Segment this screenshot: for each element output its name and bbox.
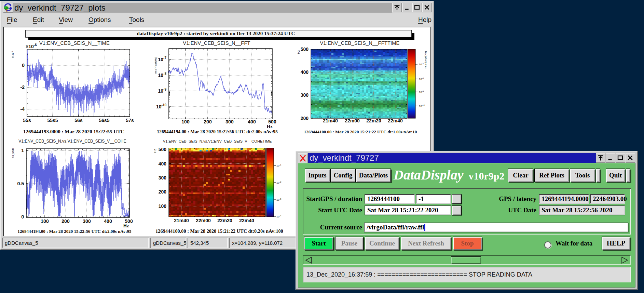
svg-text:10-2: 10-2 — [276, 181, 282, 184]
svg-text:400: 400 — [104, 218, 112, 224]
svg-text:57s: 57s — [126, 118, 134, 123]
svg-text:56s5: 56s5 — [99, 118, 109, 123]
svg-text:1269444193.0000 : Mar 28 2020: 1269444193.0000 : Mar 28 2020 15:22:55 U… — [23, 129, 124, 134]
svg-text:400: 400 — [159, 161, 167, 167]
svg-text:22m20: 22m20 — [366, 118, 381, 123]
svg-text:100: 100 — [181, 119, 190, 124]
svg-text:10-7: 10-7 — [419, 63, 424, 66]
svg-text:200: 200 — [204, 119, 212, 124]
svg-text:10-10: 10-10 — [156, 103, 166, 109]
svg-text:m.s-1/sqrt(Hz): m.s-1/sqrt(Hz) — [424, 51, 427, 68]
svg-text:1269444100.00 : Mar 28 2020 15: 1269444100.00 : Mar 28 2020 15:21:22 UTC… — [155, 228, 283, 234]
svg-text:10-9: 10-9 — [419, 90, 424, 94]
svg-text:22m40: 22m40 — [239, 218, 254, 223]
svg-text:100: 100 — [41, 218, 49, 224]
svg-text:1: 1 — [21, 148, 24, 153]
svg-text:10-3: 10-3 — [276, 198, 282, 201]
svg-text:V1:ENV_CEB_SEIS_N__TIME: V1:ENV_CEB_SEIS_N__TIME — [39, 40, 110, 46]
svg-text:22m20: 22m20 — [217, 218, 232, 223]
svg-text:Hz: Hz — [153, 149, 157, 153]
svg-text:1269444194.00 : Mar 28 2020 15: 1269444194.00 : Mar 28 2020 15:22:56 UTC… — [17, 229, 132, 234]
svg-text:m.s-1: m.s-1 — [11, 51, 14, 58]
svg-text:1269444100.00 : Mar 28 2020 15: 1269444100.00 : Mar 28 2020 15:21:22 UTC… — [304, 130, 417, 134]
svg-text:V1:ENV_CEB_SEIS_N.vs.V1:ENV_CE: V1:ENV_CEB_SEIS_N.vs.V1:ENV_CEB_SEIS_V__… — [18, 139, 126, 144]
svg-text:22m40: 22m40 — [388, 118, 403, 123]
svg-text:300: 300 — [225, 119, 234, 124]
svg-text:21m40: 21m40 — [323, 118, 338, 123]
svg-text:0: 0 — [22, 63, 25, 68]
svg-text:dataDisplay v10r9p2 : started: dataDisplay v10r9p2 : started by verkind… — [137, 31, 295, 36]
svg-text:500: 500 — [268, 119, 276, 124]
svg-text:V1:ENV_CEB_SEIS_N__FFTTIME: V1:ENV_CEB_SEIS_N__FFTTIME — [320, 40, 399, 46]
svg-text:55s: 55s — [23, 118, 31, 123]
svg-text:400: 400 — [301, 69, 309, 75]
svg-text:V1:ENV_CEB_SEIS_N.vs.V1:ENV_CE: V1:ENV_CEB_SEIS_N.vs.V1:ENV_CEB_SEIS_V__… — [163, 139, 272, 143]
svg-text:22m00: 22m00 — [345, 118, 360, 123]
svg-text:V1:ENV_CEB_SEIS_N__FFT: V1:ENV_CEB_SEIS_N__FFT — [183, 40, 250, 46]
svg-text:Hz: Hz — [266, 124, 272, 129]
svg-text:10-9: 10-9 — [158, 88, 167, 94]
svg-text:nc_units: nc_units — [11, 148, 14, 158]
svg-text:10-4: 10-4 — [276, 215, 282, 218]
svg-text:Hz: Hz — [297, 50, 300, 54]
svg-text:400: 400 — [248, 119, 256, 124]
svg-text:1269444194.00 : Mar 28 2020 15: 1269444194.00 : Mar 28 2020 15:22:56 UTC… — [157, 129, 278, 134]
svg-text:10-10: 10-10 — [419, 104, 425, 108]
svg-text:300: 300 — [301, 92, 309, 98]
svg-text:0.5: 0.5 — [17, 181, 24, 186]
svg-text:×10-6: ×10-6 — [26, 43, 37, 49]
svg-text:m.s-1/sqrt(Hz): m.s-1/sqrt(Hz) — [154, 57, 157, 74]
svg-text:100: 100 — [159, 203, 167, 209]
svg-text:200: 200 — [61, 218, 70, 224]
svg-text:21m40: 21m40 — [174, 218, 189, 223]
svg-text:300: 300 — [159, 175, 167, 181]
svg-text:55s5: 55s5 — [47, 118, 58, 123]
svg-text:22m00: 22m00 — [196, 218, 211, 223]
svg-text:300: 300 — [83, 218, 91, 224]
svg-text:10-1: 10-1 — [276, 164, 282, 167]
svg-text:500: 500 — [301, 46, 309, 52]
svg-text:200: 200 — [159, 189, 167, 195]
svg-text:200: 200 — [301, 116, 309, 121]
svg-text:10-7: 10-7 — [158, 56, 167, 62]
svg-text:10-8: 10-8 — [158, 72, 167, 78]
svg-text:500: 500 — [159, 147, 167, 152]
svg-text:56s: 56s — [74, 118, 83, 123]
svg-text:Hz: Hz — [123, 223, 129, 228]
svg-text:-4: -4 — [20, 106, 25, 112]
svg-text:-2: -2 — [20, 84, 25, 90]
svg-text:0: 0 — [21, 214, 24, 219]
svg-text:10-8: 10-8 — [419, 77, 424, 81]
